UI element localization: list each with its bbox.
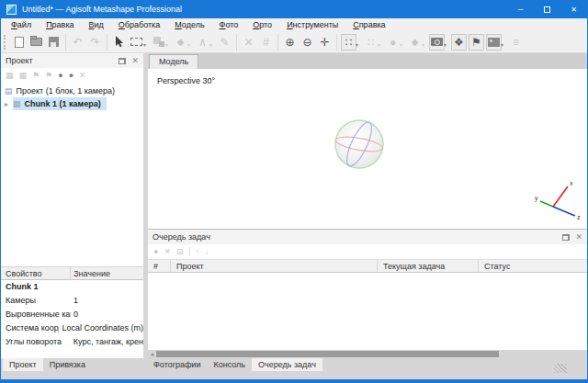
remove-item-icon[interactable]: ✕	[79, 71, 86, 80]
show-images-icon[interactable]	[486, 34, 502, 51]
camera-icon	[431, 38, 443, 46]
run-tasks-icon[interactable]: ●	[153, 247, 158, 256]
chunk-node-icon: ▦	[13, 99, 21, 108]
dropdown-caret-icon[interactable]: ▾	[422, 41, 427, 48]
draw-polyline-icon[interactable]: ∧	[195, 34, 210, 51]
close-button[interactable]: ✕	[560, 0, 587, 18]
open-project-icon[interactable]	[28, 34, 44, 51]
tab-model[interactable]: Модель	[149, 54, 198, 69]
dropdown-caret-icon[interactable]: ▾	[356, 41, 361, 48]
dropdown-caret-icon[interactable]: ▾	[501, 41, 506, 48]
rotate-region-icon[interactable]: ◆	[173, 34, 188, 51]
add-marker-icon[interactable]: ⚑	[32, 71, 40, 80]
perspective-label: Perspective 30°	[157, 76, 215, 85]
tab-reference[interactable]: Привязка	[43, 358, 92, 371]
expand-arrow-icon[interactable]: ▸	[5, 100, 13, 108]
page-icon	[15, 37, 24, 48]
crop-selection-icon[interactable]: #	[258, 34, 274, 51]
dropdown-caret-icon[interactable]: ▾	[209, 41, 215, 48]
dropdown-caret-icon[interactable]: ▾	[444, 41, 449, 48]
column-header-status[interactable]: Статус	[479, 260, 587, 272]
zoom-out-icon[interactable]: ⊖	[300, 34, 315, 51]
move-down-icon[interactable]: ↓	[205, 247, 209, 256]
property-value: 1	[71, 294, 143, 308]
dropdown-caret-icon[interactable]: ▾	[143, 41, 149, 48]
property-row: Камеры 1	[1, 294, 143, 308]
add-chunk-icon[interactable]: ▦	[6, 71, 14, 80]
undo-icon[interactable]: ↶	[70, 34, 85, 51]
clear-tasks-icon[interactable]: ⊟	[176, 247, 184, 256]
tree-item-label: Проект (1 блок, 1 камера)	[17, 86, 116, 96]
task-queue-body[interactable]	[148, 273, 587, 350]
scroll-left-arrow-icon[interactable]: ◂	[148, 350, 156, 358]
project-tree: ▤ Проект (1 блок, 1 камера) ▸ ▦ Chunk 1 …	[1, 83, 143, 110]
menu-ortho[interactable]: Орто	[245, 18, 279, 31]
save-project-icon[interactable]	[46, 34, 62, 51]
column-header-current-task[interactable]: Текущая задача	[378, 260, 479, 272]
close-panel-icon[interactable]: ✕	[575, 233, 582, 242]
show-dense-cloud-icon[interactable]: ∷	[363, 34, 379, 51]
toolbar-grip[interactable]	[4, 35, 6, 50]
selected-tree-item[interactable]: ▦ Chunk 1 (1 камера)	[13, 97, 107, 110]
new-project-icon[interactable]	[11, 34, 27, 51]
float-panel-icon[interactable]	[119, 58, 126, 64]
minimize-button[interactable]: ─	[507, 0, 534, 18]
menu-file[interactable]: Файл	[4, 18, 39, 31]
title-bar: Untitled* — Agisoft Metashape Profession…	[1, 0, 587, 18]
move-up-icon[interactable]: ↑	[196, 247, 200, 256]
image-icon	[488, 38, 500, 47]
dropdown-caret-icon[interactable]: ▾	[378, 41, 383, 48]
add-camera-icon[interactable]: ▦	[19, 71, 28, 80]
column-header-number[interactable]: #	[148, 260, 171, 272]
reset-filter-icon[interactable]: ●	[69, 71, 74, 80]
menu-photo[interactable]: Фото	[212, 18, 246, 31]
edit-pen-icon[interactable]: ✎	[217, 34, 232, 51]
resize-grip-icon[interactable]	[554, 364, 567, 373]
menu-view[interactable]: Вид	[82, 18, 111, 31]
scrollbar-thumb[interactable]	[156, 351, 499, 357]
dropdown-caret-icon[interactable]: ▾	[187, 41, 193, 48]
tab-console[interactable]: Консоль	[207, 358, 252, 371]
menu-edit[interactable]: Правка	[39, 18, 81, 31]
model-viewport[interactable]: Perspective 30°	[148, 69, 587, 229]
tree-item-project[interactable]: ▤ Проект (1 блок, 1 камера)	[1, 84, 143, 97]
close-panel-icon[interactable]: ✕	[131, 57, 139, 65]
tab-task-queue[interactable]: Очередь задач	[252, 358, 322, 371]
column-header-project[interactable]: Проект	[171, 260, 378, 272]
menu-help[interactable]: Справка	[345, 18, 392, 31]
maximize-button[interactable]	[534, 0, 560, 18]
right-dock-tabs: Фотографии Консоль Очередь задач	[147, 358, 322, 371]
redo-icon[interactable]: ↷	[87, 34, 103, 51]
show-mesh-icon[interactable]: ◆	[407, 34, 423, 51]
show-shapes-icon[interactable]: ❖	[451, 34, 467, 51]
dropdown-caret-icon[interactable]: ▾	[165, 41, 171, 48]
tree-item-chunk[interactable]: ▸ ▦ Chunk 1 (1 камера)	[1, 97, 143, 110]
show-markers-icon[interactable]: ⚑	[469, 34, 484, 51]
filter-by-selection-icon[interactable]: ●	[58, 71, 62, 80]
tab-photos[interactable]: Фотографии	[147, 358, 207, 371]
add-scalebar-icon[interactable]: ⚑	[45, 71, 52, 80]
float-panel-icon[interactable]	[562, 234, 570, 241]
value-column-header: Значение	[71, 267, 143, 279]
menu-workflow[interactable]: Обработка	[111, 18, 167, 31]
tab-workspace[interactable]: Проект	[3, 358, 43, 371]
menu-tools[interactable]: Инструменты	[279, 18, 345, 31]
cancel-task-icon[interactable]: ✕	[164, 247, 171, 256]
delete-selection-icon[interactable]: ✕	[241, 34, 256, 51]
rectangle-selection-icon[interactable]	[129, 34, 144, 51]
show-cameras-icon[interactable]	[429, 34, 445, 51]
horizontal-scrollbar[interactable]: ◂	[148, 350, 587, 358]
document-tabstrip: Модель	[148, 53, 587, 69]
properties-header-row: Свойство Значение	[1, 266, 143, 280]
center-view-icon[interactable]: ✛	[317, 34, 333, 51]
folder-icon	[30, 38, 42, 46]
show-shaded-model-icon[interactable]: ●	[385, 34, 401, 51]
resize-region-icon[interactable]	[151, 34, 166, 51]
menu-model[interactable]: Модель	[167, 18, 211, 31]
show-point-cloud-icon[interactable]: ∷	[341, 34, 356, 51]
dropdown-caret-icon[interactable]: ▾	[400, 41, 405, 48]
show-layers-icon[interactable]: ≡	[508, 34, 524, 51]
zoom-in-icon[interactable]: ⊕	[282, 34, 298, 51]
property-name: Выровненные камеры	[1, 308, 71, 321]
navigation-icon[interactable]	[111, 34, 127, 51]
